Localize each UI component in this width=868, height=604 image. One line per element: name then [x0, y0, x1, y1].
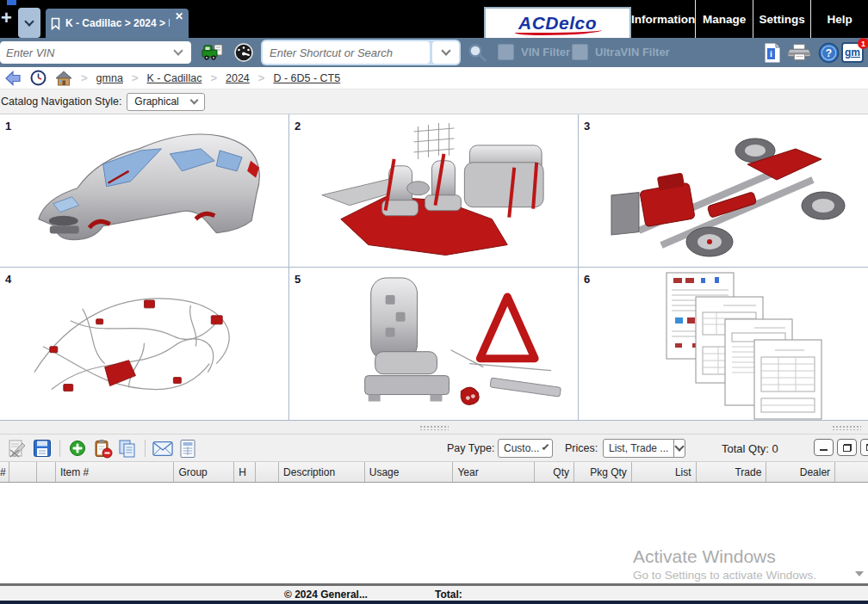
history-button[interactable] [30, 70, 46, 86]
catalog-style-select[interactable]: Graphical [127, 93, 204, 111]
shortcut-search-input[interactable] [263, 46, 430, 59]
scrollbar-down-arrow[interactable] [855, 571, 864, 576]
breadcrumb-link-model[interactable]: D - 6D5 - CT5 [273, 72, 340, 84]
tab-title: K - Cadillac > 2024 > D - ... [65, 17, 170, 29]
prices-select[interactable]: List, Trade ... [603, 439, 685, 458]
search-history-dropdown[interactable] [432, 41, 459, 64]
column-header-usage[interactable]: Usage [365, 462, 454, 482]
prices-dropdown-button[interactable] [673, 440, 685, 457]
panel-seat-and-road-kit[interactable]: 5 [289, 268, 579, 421]
ultravin-filter-toggle[interactable]: UltraVIN Filter [572, 44, 670, 60]
panel-interior-seats[interactable]: 2 [289, 114, 579, 268]
shortcut-search-group [261, 40, 461, 65]
column-header-h[interactable]: H [234, 462, 256, 482]
column-header-description[interactable]: Description [279, 462, 365, 482]
edit-disabled-icon [8, 439, 27, 458]
column-header-trade[interactable]: Trade [697, 462, 767, 482]
column-header-year[interactable]: Year [453, 462, 535, 482]
status-bar: © 2024 General... Total: [0, 583, 868, 601]
column-header-qty[interactable]: Qty [535, 462, 574, 482]
column-header-dealer[interactable]: Dealer [766, 462, 835, 482]
breadcrumb-link-year[interactable]: 2024 [226, 72, 250, 84]
copyright-text: © 2024 General... [284, 589, 368, 601]
menu-settings[interactable]: Settings [753, 0, 810, 38]
splitter-grip[interactable] [419, 425, 449, 430]
search-button[interactable] [465, 41, 489, 64]
interior-seats-illustration [289, 114, 578, 267]
watermark-line2: Go to Settings to activate Windows. [633, 569, 816, 582]
vin-filter-checkbox[interactable] [498, 44, 514, 60]
panel-number: 3 [584, 120, 590, 133]
column-header[interactable] [256, 462, 279, 482]
save-icon [33, 439, 52, 458]
save-button[interactable] [32, 438, 53, 459]
panel-wiring-harness[interactable]: 4 [0, 268, 289, 421]
copy-button[interactable] [117, 438, 138, 459]
activate-windows-watermark: Activate Windows Go to Settings to activ… [633, 546, 816, 582]
back-button[interactable] [5, 71, 22, 86]
seat-road-kit-illustration [289, 268, 578, 420]
documents-illustration [579, 268, 868, 421]
tab-close-icon[interactable]: ✕ [175, 10, 183, 22]
info-document-icon: i [763, 42, 782, 64]
column-header[interactable] [37, 462, 56, 482]
pay-type-value: Custo... [499, 440, 544, 457]
new-tab-button[interactable]: + [1, 9, 12, 28]
column-header-pkg-qty[interactable]: Pkg Qty [574, 462, 632, 482]
ultravin-filter-checkbox[interactable] [572, 44, 588, 60]
acdelco-logo[interactable]: ACDelco [484, 7, 631, 38]
panel-number: 5 [294, 273, 301, 286]
menu-manage[interactable]: Manage [695, 0, 753, 38]
chevron-down-icon [24, 16, 34, 26]
column-header[interactable] [9, 462, 37, 482]
home-icon [55, 71, 72, 86]
add-item-button[interactable] [67, 438, 88, 459]
breadcrumb-separator: > [258, 71, 265, 84]
panel-documents[interactable]: 6 [579, 268, 868, 421]
odometer-button[interactable] [232, 41, 256, 64]
menu-information[interactable]: Information [631, 0, 695, 38]
remove-item-button[interactable] [92, 438, 113, 459]
toolbar-separator [145, 440, 146, 457]
shortcut-search-field [263, 41, 430, 64]
report-button[interactable] [177, 438, 198, 459]
minimize-button[interactable] [814, 439, 834, 456]
breadcrumb-link-gmna[interactable]: gmna [96, 72, 123, 84]
maximize-button[interactable] [860, 439, 868, 456]
vehicle-info-button[interactable]: i [760, 41, 784, 64]
restore-button[interactable] [837, 439, 857, 456]
home-button[interactable] [55, 71, 72, 86]
menu-help[interactable]: Help [810, 0, 868, 38]
column-header-item[interactable]: Item # [56, 462, 175, 482]
panel-grid-splitter[interactable] [0, 421, 868, 435]
print-button[interactable] [787, 41, 811, 64]
column-header[interactable] [835, 462, 868, 482]
chevron-down-icon[interactable] [173, 46, 183, 55]
vin-input[interactable] [1, 46, 175, 59]
help-button[interactable]: ? [816, 41, 840, 64]
panel-chassis-powertrain[interactable]: 3 [579, 114, 868, 268]
panel-number: 1 [5, 120, 11, 133]
total-qty-value: 0 [772, 442, 778, 455]
edit-disabled-button[interactable] [7, 438, 28, 459]
column-header-list[interactable]: List [632, 462, 697, 482]
tab-active[interactable]: K - Cadillac > 2024 > D - ... ✕ [46, 9, 189, 38]
vin-filter-toggle[interactable]: VIN Filter [498, 44, 570, 60]
total-qty-label: Total Qty: [722, 442, 769, 455]
pay-type-select[interactable]: Custo... [498, 439, 553, 458]
gm-logo: gm [845, 47, 860, 58]
parts-grid-body[interactable]: Activate Windows Go to Settings to activ… [0, 483, 868, 583]
column-header[interactable]: # [0, 462, 9, 482]
add-icon [69, 440, 86, 457]
copy-icon [118, 439, 137, 458]
panel-number: 2 [294, 120, 301, 133]
splitter-grip[interactable] [832, 425, 861, 430]
column-header-group[interactable]: Group [174, 462, 234, 482]
tab-list-dropdown-button[interactable] [18, 8, 40, 38]
grid-window-buttons [814, 439, 868, 456]
vehicle-lookup-button[interactable] [201, 41, 225, 64]
breadcrumb-link-make[interactable]: K - Cadillac [146, 72, 202, 84]
email-button[interactable] [152, 438, 173, 459]
panel-body-structure[interactable]: 1 [0, 114, 289, 268]
restore-icon [843, 444, 852, 452]
